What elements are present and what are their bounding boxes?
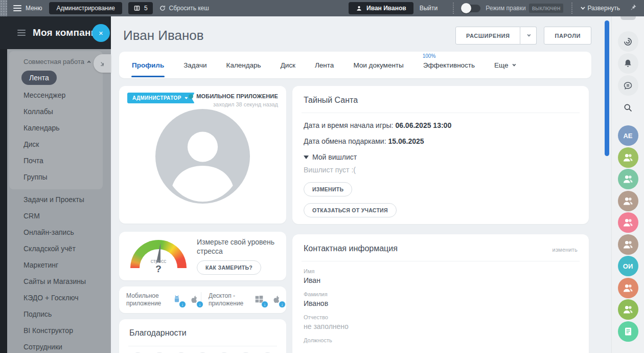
sidebar-header: Моя компания × (0, 16, 111, 49)
tab-5[interactable]: Лента (314, 53, 334, 77)
rail-avatar-2[interactable] (618, 147, 638, 168)
separator (571, 3, 572, 14)
tab-1[interactable]: Профиль (131, 53, 165, 77)
administration-button[interactable]: Администрирование (49, 2, 122, 14)
sidebar-hamburger-icon[interactable] (17, 30, 26, 36)
secret-santa-card: Тайный Санта Дата и время начала игры: 0… (292, 86, 589, 224)
copilot-button[interactable] (618, 31, 638, 52)
people-icon (622, 216, 634, 229)
expand-button[interactable]: Развернуть (581, 5, 620, 12)
windows-download-button[interactable]: ↓ (254, 294, 266, 306)
wishlist-toggle[interactable]: Мой вишлист (304, 153, 578, 161)
collapse-menu-button[interactable] (94, 54, 111, 73)
stress-widget-card: стресс ? Измерьте свой уровень стресса К… (119, 232, 286, 280)
menu-hamburger-icon[interactable] (13, 5, 21, 11)
extensions-button[interactable]: РАСШИРЕНИЯ (455, 27, 520, 45)
people-icon (622, 238, 634, 251)
tab-6[interactable]: Мои документы (353, 53, 404, 77)
people-icon (622, 151, 634, 164)
gratitude-card: Благодарности … (119, 319, 286, 353)
sidebar-item-6[interactable]: Почта (9, 152, 103, 169)
mobile-app-label: Мобильное приложение (126, 292, 166, 307)
tab-3[interactable]: Календарь (226, 53, 262, 77)
menu-button[interactable]: Меню (26, 5, 42, 12)
current-user-button[interactable]: Иван Иванов (349, 2, 413, 14)
sidebar-item-label: Календарь (24, 124, 60, 132)
sidebar-item-17[interactable]: Сотрудники (7, 339, 111, 353)
logout-button[interactable]: Выйти (420, 5, 438, 12)
sidebar-item-13[interactable]: Сайты и Магазины (7, 273, 111, 290)
rail-avatar-7[interactable]: ОИ (618, 256, 638, 276)
rail-avatar-3[interactable] (618, 169, 638, 189)
tab-2[interactable]: Задачи (183, 53, 207, 77)
tab-label: Профиль (132, 61, 164, 69)
sidebar-item-2[interactable]: Мессенджер (9, 87, 103, 103)
right-rail: AEОИ (611, 16, 644, 353)
search-button[interactable] (618, 97, 638, 118)
sidebar-item-16[interactable]: BI Конструктор (7, 322, 111, 339)
document-icon (622, 325, 634, 338)
tab-8[interactable]: Еще (494, 53, 515, 77)
close-menu-button[interactable]: × (92, 24, 110, 42)
bitrix24-profile-page: Меню Администрирование 5 Сбросить кеш Ив… (0, 0, 644, 353)
reset-cache-button[interactable]: Сбросить кеш (159, 5, 209, 12)
android-download-button[interactable]: ↓ (171, 294, 183, 306)
avatar-initials: AE (623, 132, 632, 140)
sidebar-item-4[interactable]: Календарь (9, 120, 103, 136)
profile-tabs: ПрофильЗадачиКалендарьДискЛентаМои докум… (119, 52, 591, 78)
rail-avatar-9[interactable] (618, 299, 638, 320)
ios-download-button[interactable]: ↓ (189, 294, 201, 306)
rail-avatar-10[interactable] (618, 321, 638, 342)
rail-avatar-8[interactable] (618, 278, 638, 298)
tab-7[interactable]: 100%Эффективность (423, 53, 475, 77)
caret-down-icon (527, 33, 531, 37)
gift-exchange-row: Дата обмена подарками: 15.06.2025 (304, 137, 578, 145)
rail-avatar-4[interactable] (618, 191, 638, 211)
sidebar-item-15[interactable]: Подпись (7, 306, 111, 322)
field-label: Должность (304, 337, 578, 343)
pin-icon[interactable] (629, 4, 637, 13)
edit-mode-toggle[interactable] (462, 5, 480, 12)
tab-4[interactable]: Диск (280, 53, 296, 77)
sidebar-item-7[interactable]: Группы (9, 169, 103, 185)
extensions-dropdown-button[interactable] (520, 27, 537, 45)
profile-avatar[interactable] (155, 109, 250, 204)
sidebar-item-10[interactable]: Онлайн-запись (7, 224, 111, 240)
sidebar-item-11[interactable]: Складской учёт (7, 240, 111, 257)
tab-label: Задачи (183, 61, 206, 69)
edit-wishlist-button[interactable]: ИЗМЕНИТЬ (304, 182, 352, 196)
rail-avatar-6[interactable] (618, 234, 638, 255)
decline-participation-button[interactable]: ОТКАЗАТЬСЯ ОТ УЧАСТИЯ (304, 203, 397, 217)
sidebar-item-3[interactable]: Коллабы (9, 103, 103, 120)
messenger-button[interactable] (618, 75, 638, 96)
rail-avatar-1[interactable]: AE (618, 125, 638, 146)
sidebar-item-1[interactable]: Лента (16, 71, 103, 85)
game-start-row: Дата и время начала игры: 06.06.2025 13:… (304, 121, 578, 129)
people-icon (622, 173, 634, 185)
gratitude-title: Благодарности (129, 328, 276, 338)
rail-avatar-5[interactable] (618, 212, 638, 233)
sidebar-item-9[interactable]: CRM (7, 208, 111, 224)
how-to-measure-button[interactable]: КАК ЗАМЕРИТЬ? (197, 260, 261, 275)
counter-badge[interactable]: 5 (128, 2, 153, 14)
passwords-button[interactable]: ПАРОЛИ (544, 27, 591, 45)
sidebar-item-label: Коллабы (24, 107, 53, 116)
sidebar-item-14[interactable]: КЭДО + Госключ (7, 290, 111, 306)
drag-handle[interactable] (0, 0, 7, 16)
macos-download-button[interactable]: ↓ (271, 294, 283, 306)
field-label: Отчество (304, 314, 578, 320)
group-header-collaboration[interactable]: Совместная работа (9, 52, 103, 70)
kanban-counter-icon (133, 5, 141, 12)
vertical-scrollbar[interactable] (605, 20, 609, 156)
people-icon (622, 282, 634, 294)
contact-field-3: Отчествоне заполнено (304, 314, 578, 330)
rail-notch (620, 16, 636, 20)
tab-efficiency-badge: 100% (423, 53, 436, 59)
field-label: Имя (304, 268, 578, 274)
sidebar-item-5[interactable]: Диск (9, 136, 103, 152)
notifications-button[interactable] (618, 53, 638, 74)
sidebar-item-8[interactable]: Задачи и Проекты (7, 191, 111, 208)
sidebar-item-12[interactable]: Маркетинг (7, 257, 111, 273)
edit-contact-link[interactable]: изменить (553, 247, 578, 253)
role-badge[interactable]: АДМИНИСТРАТОР (127, 93, 195, 103)
